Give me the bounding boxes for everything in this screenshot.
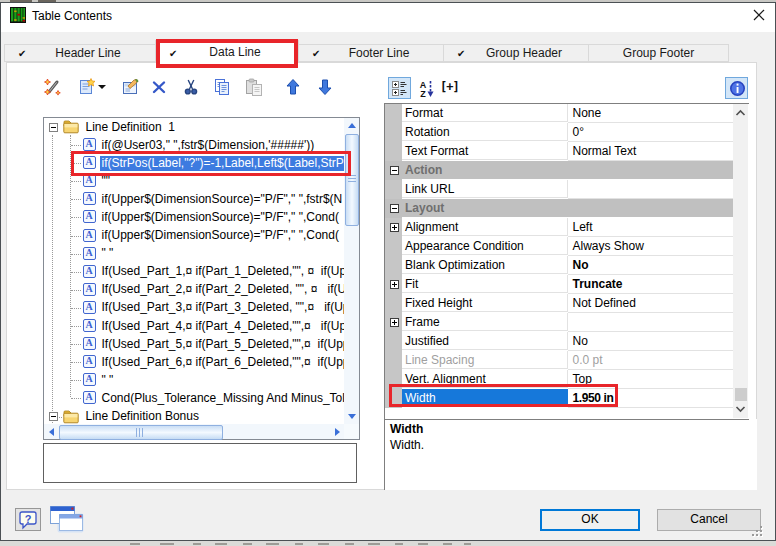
collapse-icon[interactable] xyxy=(49,123,58,132)
property-value[interactable]: Top xyxy=(568,370,733,389)
tree-formula-item[interactable]: ACond(Plus_Tolerance_Missing And Minus_T… xyxy=(44,389,344,407)
scroll-down-icon[interactable] xyxy=(735,405,746,413)
property-row-appearance-condition[interactable]: Appearance ConditionAlways Show xyxy=(385,237,749,256)
tree-formula-item[interactable]: AIf(Used_Part_3,¤ if(Part_3_Deleted, "",… xyxy=(44,299,344,317)
property-name[interactable]: Link URL xyxy=(402,180,568,198)
property-value[interactable]: Normal Text xyxy=(568,142,733,161)
collapse-icon[interactable] xyxy=(390,166,399,175)
property-row-vert-alignment[interactable]: Vert. AlignmentTop xyxy=(385,370,749,389)
move-down-button[interactable] xyxy=(316,78,334,96)
new-line-button[interactable] xyxy=(78,78,96,96)
property-row-width[interactable]: Width1.950 in xyxy=(385,389,749,408)
property-name[interactable]: Fixed Height xyxy=(402,294,568,312)
property-name[interactable]: Format xyxy=(402,104,568,122)
property-row-link-url[interactable]: Link URL xyxy=(385,180,749,199)
collapse-icon[interactable] xyxy=(390,204,399,213)
tree-formula-item[interactable]: A" " xyxy=(44,245,344,263)
tree-formula-item[interactable]: Aif(Upper$(DimensionSource)="P/F"," ",Co… xyxy=(44,227,344,245)
property-row-alignment[interactable]: AlignmentLeft xyxy=(385,218,749,237)
tab-footer-line[interactable]: ✔Footer Line xyxy=(298,44,444,62)
property-value[interactable]: None xyxy=(568,104,733,123)
tree-formula-item[interactable]: AIf(Used_Part_2,¤ if(Part_2_Deleted, "",… xyxy=(44,281,344,299)
property-name[interactable]: Action xyxy=(402,161,568,179)
resize-grip[interactable] xyxy=(752,526,764,538)
tree-formula-item[interactable]: AIf(Used_Part_6,¤ if(Part_6_Deleted,"",¤… xyxy=(44,353,344,371)
property-row-rotation[interactable]: Rotation0° xyxy=(385,123,749,142)
tree-formula-item[interactable]: A"" xyxy=(44,172,344,190)
property-row-text-format[interactable]: Text FormatNormal Text xyxy=(385,142,749,161)
property-row-frame[interactable]: Frame xyxy=(385,313,749,332)
property-info-toggle[interactable] xyxy=(725,77,748,99)
categorized-view-button[interactable] xyxy=(388,77,411,99)
new-line-dropdown-icon[interactable] xyxy=(98,85,106,89)
property-row-fit[interactable]: FitTruncate xyxy=(385,275,749,294)
property-name[interactable]: Width xyxy=(402,389,568,407)
ok-button[interactable]: OK xyxy=(540,509,640,531)
tree-formula-item[interactable]: A" " xyxy=(44,371,344,389)
property-value[interactable]: No xyxy=(568,332,733,351)
scroll-right-icon[interactable] xyxy=(335,428,340,436)
expand-icon[interactable] xyxy=(390,280,399,289)
property-row-line-spacing[interactable]: Line Spacing0.0 pt xyxy=(385,351,749,370)
sort-alphabetical-button[interactable]: AZ xyxy=(416,77,439,99)
tree-folder[interactable]: Line Definition 1 xyxy=(44,118,344,136)
tree-formula-item[interactable]: AIf(Used_Part_1,¤ if(Part_1_Deleted,"", … xyxy=(44,263,344,281)
property-name[interactable]: Alignment xyxy=(402,218,568,236)
tab-group-header[interactable]: ✔Group Header xyxy=(443,44,589,62)
property-row-format[interactable]: FormatNone xyxy=(385,104,749,123)
property-row-justified[interactable]: JustifiedNo xyxy=(385,332,749,351)
grid-scrollbar[interactable] xyxy=(733,104,748,418)
expand-icon[interactable] xyxy=(390,223,399,232)
property-value[interactable]: 0.0 pt xyxy=(568,351,733,370)
property-value[interactable] xyxy=(568,161,733,179)
close-icon[interactable] xyxy=(752,8,766,22)
scroll-left-icon[interactable] xyxy=(49,428,54,436)
expand-all-button[interactable]: [+] xyxy=(440,80,459,94)
property-value[interactable]: Truncate xyxy=(568,275,733,294)
cut-button[interactable] xyxy=(182,78,200,96)
grid-scroll-thumb[interactable] xyxy=(735,388,747,401)
property-name[interactable]: Fit xyxy=(402,275,568,293)
formula-wizard-button[interactable] xyxy=(44,78,62,96)
property-value[interactable]: Not Defined xyxy=(568,294,733,313)
paste-button[interactable] xyxy=(245,78,263,96)
tab-group-footer[interactable]: Group Footer xyxy=(588,44,729,62)
collapse-icon[interactable] xyxy=(49,412,58,421)
property-value[interactable] xyxy=(568,313,733,332)
tab-data-line[interactable]: ✔Data Line xyxy=(155,40,299,63)
property-value[interactable]: 0° xyxy=(568,123,733,142)
property-value[interactable]: Left xyxy=(568,218,733,237)
tree-formula-item[interactable]: Aif(@User03," ",fstr$(Dimension,'#####')… xyxy=(44,136,344,154)
cancel-button[interactable]: Cancel xyxy=(657,509,761,531)
copy-button[interactable] xyxy=(213,78,231,96)
tree-vscroll-thumb[interactable] xyxy=(345,134,360,226)
tree-formula-item[interactable]: Aif(Upper$(DimensionSource)="P/F"," ",fs… xyxy=(44,190,344,208)
tree-hscroll-thumb[interactable] xyxy=(59,425,223,440)
property-value[interactable] xyxy=(568,199,733,217)
property-name[interactable]: Frame xyxy=(402,313,568,331)
scroll-down-icon[interactable] xyxy=(348,414,356,419)
property-name[interactable]: Line Spacing xyxy=(402,351,568,369)
property-name[interactable]: Vert. Alignment xyxy=(402,370,568,388)
property-name[interactable]: Layout xyxy=(402,199,568,217)
tree-formula-item[interactable]: AIf(Used_Part_5,¤ if(Part_5_Deleted,"",¤… xyxy=(44,335,344,353)
delete-line-button[interactable] xyxy=(150,78,168,96)
scroll-up-icon[interactable] xyxy=(348,123,356,128)
property-row-action[interactable]: Action xyxy=(385,161,749,180)
scroll-up-icon[interactable] xyxy=(735,109,746,117)
tree-vertical-scrollbar[interactable] xyxy=(344,118,359,425)
property-name[interactable]: Text Format xyxy=(402,142,568,160)
cascade-windows-button[interactable] xyxy=(47,505,85,534)
tab-header-line[interactable]: ✔Header Line xyxy=(4,44,156,62)
property-name[interactable]: Justified xyxy=(402,332,568,350)
property-value[interactable]: Always Show xyxy=(568,237,733,256)
property-row-fixed-height[interactable]: Fixed HeightNot Defined xyxy=(385,294,749,313)
edit-line-button[interactable] xyxy=(122,78,140,96)
tree-horizontal-scrollbar[interactable] xyxy=(44,424,345,439)
property-name[interactable]: Appearance Condition xyxy=(402,237,568,255)
tree-formula-item[interactable]: Aif(Upper$(DimensionSource)="P/F"," ",Co… xyxy=(44,208,344,226)
tree-formula-item[interactable]: Aif(StrPos(Label,"?")=-1,Label,Left$(Lab… xyxy=(44,154,344,172)
property-row-blank-optimization[interactable]: Blank OptimizationNo xyxy=(385,256,749,275)
property-name[interactable]: Blank Optimization xyxy=(402,256,568,274)
property-row-layout[interactable]: Layout xyxy=(385,199,749,218)
